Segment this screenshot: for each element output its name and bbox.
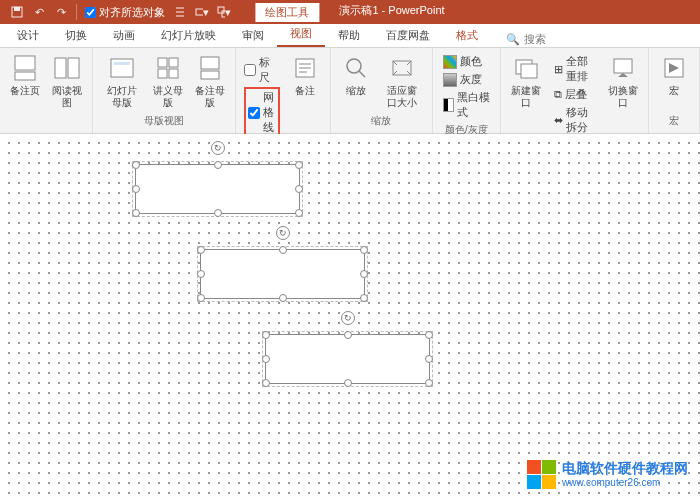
group-color: 颜色 灰度 黑白模式 颜色/灰度 [433,48,501,133]
document-title: 演示稿1 - PowerPoint [339,3,444,22]
resize-handle[interactable] [360,246,368,254]
group-icon[interactable]: ▾ [217,5,231,19]
resize-handle[interactable] [360,294,368,302]
svg-rect-1 [14,7,20,11]
separator [76,4,77,20]
gridlines-checkbox[interactable]: 网格线 [244,87,280,138]
watermark-url: www.computer26.com [562,477,688,488]
svg-rect-13 [114,62,130,65]
switch-window-button[interactable]: 切换窗口 [603,51,642,111]
reading-view-button[interactable]: 阅读视图 [48,51,86,111]
ribbon-tabs: 设计 切换 动画 幻灯片放映 审阅 视图 帮助 百度网盘 格式 🔍 搜索 [0,24,700,48]
tab-transition[interactable]: 切换 [52,24,100,47]
resize-handle[interactable] [132,161,140,169]
notes-page-button[interactable]: 备注页 [6,51,44,99]
color-mode-button[interactable]: 颜色 [441,53,492,70]
align-checkbox-input[interactable] [85,7,96,18]
resize-handle[interactable] [132,209,140,217]
zoom-icon [341,53,371,83]
new-window-button[interactable]: 新建窗口 [507,51,546,111]
macros-button[interactable]: 宏 [655,51,693,99]
master-group-label: 母版视图 [99,114,229,130]
tab-design[interactable]: 设计 [4,24,52,47]
arrange-all-button[interactable]: ⊞全部重排 [552,53,598,85]
svg-rect-19 [201,71,219,79]
notes-master-button[interactable]: 备注母版 [191,51,229,111]
fit-window-button[interactable]: 适应窗口大小 [379,51,425,111]
tab-help[interactable]: 帮助 [325,24,373,47]
svg-rect-8 [15,56,35,70]
resize-handle[interactable] [262,355,270,363]
split-icon: ⬌ [554,114,563,127]
tab-animation[interactable]: 动画 [100,24,148,47]
bw-icon [443,98,454,112]
resize-handle[interactable] [279,246,287,254]
cascade-button[interactable]: ⧉层叠 [552,86,598,103]
resize-handle[interactable] [197,246,205,254]
svg-rect-16 [158,69,167,78]
color-icon [443,55,457,69]
resize-handle[interactable] [344,379,352,387]
notes-pane-button[interactable]: 备注 [286,51,324,99]
slide-master-button[interactable]: 幻灯片母版 [99,51,145,111]
handout-master-icon [153,53,183,83]
zoom-button[interactable]: 缩放 [337,51,375,99]
shape-rectangle-3[interactable] [265,334,430,384]
shape-rectangle-2[interactable] [200,249,365,299]
undo-icon[interactable]: ↶ [32,5,46,19]
ruler-checkbox[interactable]: 标尺 [244,55,280,85]
shape-rectangle-1[interactable] [135,164,300,214]
resize-handle[interactable] [344,331,352,339]
switch-window-icon [608,53,638,83]
resize-handle[interactable] [214,209,222,217]
resize-handle[interactable] [295,185,303,193]
resize-handle[interactable] [425,355,433,363]
resize-handle[interactable] [425,331,433,339]
macros-icon [659,53,689,83]
ribbon: 备注页 阅读视图 幻灯片母版 讲义母版 备注母版 母版视图 标尺 网格线 参考线… [0,48,700,134]
watermark: 电脑软件硬件教程网 www.computer26.com [527,460,688,489]
resize-handle[interactable] [360,270,368,278]
resize-handle[interactable] [279,294,287,302]
resize-handle[interactable] [425,379,433,387]
redo-icon[interactable]: ↷ [54,5,68,19]
search-label: 搜索 [524,32,546,47]
handout-master-button[interactable]: 讲义母版 [149,51,187,111]
svg-rect-17 [169,69,178,78]
move-split-button[interactable]: ⬌移动拆分 [552,104,598,136]
windows-logo-icon [527,460,556,489]
tab-slideshow[interactable]: 幻灯片放映 [148,24,229,47]
tab-view[interactable]: 视图 [277,22,325,47]
search-box[interactable]: 🔍 搜索 [506,32,546,47]
rotate-handle[interactable] [341,311,355,325]
rotate-handle[interactable] [211,141,225,155]
save-icon[interactable] [10,5,24,19]
resize-handle[interactable] [197,294,205,302]
notes-master-icon [195,53,225,83]
resize-handle[interactable] [262,331,270,339]
rotate-handle[interactable] [276,226,290,240]
grayscale-mode-button[interactable]: 灰度 [441,71,492,88]
resize-handle[interactable] [132,185,140,193]
resize-handle[interactable] [262,379,270,387]
svg-rect-15 [169,58,178,67]
align-selection-checkbox[interactable]: 对齐所选对象 [85,5,165,20]
slide-canvas[interactable]: 电脑软件硬件教程网 www.computer26.com [0,134,700,501]
resize-handle[interactable] [295,209,303,217]
bw-mode-button[interactable]: 黑白模式 [441,89,492,121]
align-icon-1[interactable] [173,5,187,19]
tab-review[interactable]: 审阅 [229,24,277,47]
quick-access-toolbar: ↶ ↷ 对齐所选对象 ▾ ▾ [0,4,231,20]
new-window-icon [511,53,541,83]
notes-icon [290,53,320,83]
resize-handle[interactable] [197,270,205,278]
resize-handle[interactable] [295,161,303,169]
svg-rect-12 [111,59,133,77]
tab-baidu[interactable]: 百度网盘 [373,24,443,47]
tab-format[interactable]: 格式 [443,24,491,47]
distribute-icon[interactable]: ▾ [195,5,209,19]
resize-handle[interactable] [214,161,222,169]
svg-rect-5 [196,9,203,15]
zoom-group-label: 缩放 [337,114,425,130]
context-tab-drawing[interactable]: 绘图工具 [255,3,319,22]
